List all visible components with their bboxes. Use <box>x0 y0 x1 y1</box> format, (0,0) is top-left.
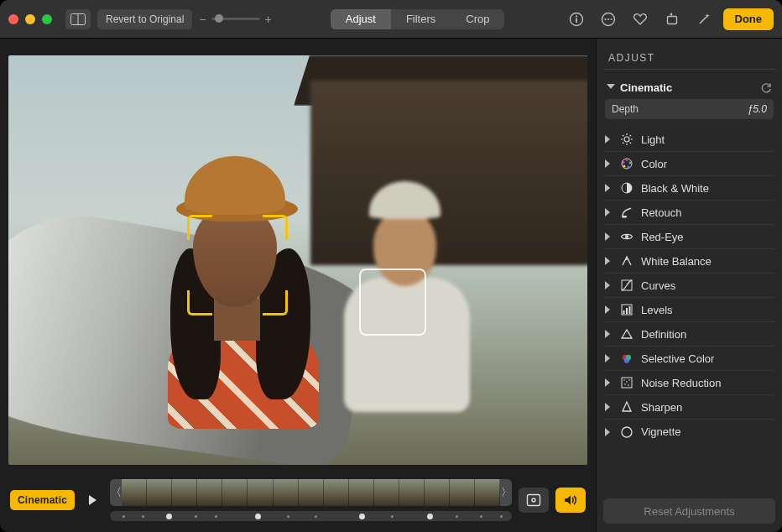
color-icon <box>619 156 634 171</box>
sharpen-icon <box>619 399 634 415</box>
tab-adjust[interactable]: Adjust <box>331 9 391 29</box>
chevron-right-icon <box>605 232 613 241</box>
depth-slider-row[interactable]: Depth ƒ5.0 <box>605 99 774 119</box>
svg-rect-35 <box>629 306 631 314</box>
svg-rect-34 <box>626 308 628 314</box>
edit-mode-segmented: Adjust Filters Crop <box>331 9 505 29</box>
favorite-heart-icon[interactable] <box>628 9 653 29</box>
adjustment-light[interactable]: Light <box>603 128 775 152</box>
cinematic-header[interactable]: Cinematic <box>605 78 774 97</box>
chevron-right-icon <box>605 305 613 314</box>
trim-end-handle[interactable]: 〉 <box>500 479 512 506</box>
adjustment-label: Red-Eye <box>641 231 684 243</box>
audio-toggle[interactable] <box>555 488 586 513</box>
chevron-down-icon <box>607 84 615 91</box>
svg-point-45 <box>622 427 632 437</box>
fullscreen-window-button[interactable] <box>42 14 52 24</box>
svg-point-29 <box>625 235 628 238</box>
minimize-window-button[interactable] <box>25 14 35 24</box>
depth-label: Depth <box>612 103 639 115</box>
adjustment-label: White Balance <box>641 255 712 268</box>
chevron-right-icon <box>605 403 613 411</box>
adjustment-label: Retouch <box>641 206 681 219</box>
chevron-right-icon <box>605 159 613 168</box>
video-controls: Cinematic 〈 〉 <box>0 473 596 532</box>
adjustment-label: Levels <box>641 304 673 316</box>
secondary-focus-box[interactable] <box>359 269 426 336</box>
adjust-sidebar: ADJUST Cinematic Depth ƒ5.0 LightColorBl… <box>596 39 782 532</box>
done-button[interactable]: Done <box>723 8 774 30</box>
svg-point-25 <box>623 165 626 168</box>
tab-crop[interactable]: Crop <box>451 9 504 29</box>
svg-point-41 <box>626 381 628 383</box>
adjustments-list: LightColorBlack & WhiteRetouchRed-EyeWhi… <box>603 128 775 444</box>
sidebar-title: ADJUST <box>603 47 775 70</box>
close-window-button[interactable] <box>8 14 18 24</box>
trim-start-handle[interactable]: 〈 <box>110 479 122 506</box>
reset-cinematic-icon[interactable] <box>760 82 772 94</box>
adjustment-vignette[interactable]: Vignette <box>603 420 775 444</box>
svg-rect-33 <box>623 310 625 314</box>
adjustment-redeye[interactable]: Red-Eye <box>603 225 775 249</box>
video-frame-image <box>8 55 587 465</box>
zoom-slider[interactable]: − + <box>199 13 271 26</box>
chevron-right-icon <box>605 354 613 362</box>
reset-adjustments-button[interactable]: Reset Adjustments <box>603 498 775 524</box>
square-split-icon[interactable] <box>65 9 91 29</box>
adjustment-label: Curves <box>641 279 675 292</box>
window-traffic-lights <box>8 14 52 24</box>
play-button[interactable] <box>81 489 103 511</box>
chevron-right-icon <box>605 184 613 192</box>
light-icon <box>619 132 634 147</box>
cinematic-label: Cinematic <box>620 81 672 94</box>
svg-line-19 <box>623 143 623 143</box>
chevron-right-icon <box>605 257 613 265</box>
video-viewer[interactable] <box>8 55 587 465</box>
svg-point-6 <box>604 18 606 19</box>
noise-reduction-icon <box>619 375 634 390</box>
adjustment-curves[interactable]: Curves <box>603 274 775 298</box>
filmstrip-timeline[interactable]: 〈 〉 <box>110 479 512 506</box>
redeye-icon <box>619 229 634 244</box>
cinematic-badge[interactable]: Cinematic <box>10 490 75 510</box>
retouch-icon <box>619 205 634 220</box>
svg-point-3 <box>575 15 576 17</box>
chevron-right-icon <box>605 378 613 387</box>
adjustment-noise-reduction[interactable]: Noise Reduction <box>603 371 775 395</box>
info-icon[interactable] <box>564 9 589 29</box>
zoom-track[interactable] <box>211 18 260 20</box>
svg-point-30 <box>626 258 628 260</box>
auto-enhance-icon[interactable] <box>691 9 717 29</box>
adjustment-levels[interactable]: Levels <box>603 298 775 322</box>
zoom-in-icon: + <box>265 13 272 26</box>
primary-focus-brackets[interactable] <box>187 215 288 316</box>
cinematic-depth-track[interactable] <box>110 511 512 521</box>
adjustment-bw[interactable]: Black & White <box>603 176 775 201</box>
adjustment-sharpen[interactable]: Sharpen <box>603 395 775 420</box>
adjustment-selective-color[interactable]: Selective Color <box>603 347 775 371</box>
svg-point-40 <box>623 379 625 381</box>
focus-target-toggle[interactable] <box>519 488 549 513</box>
curves-icon <box>619 278 634 293</box>
depth-value: ƒ5.0 <box>748 103 767 115</box>
chevron-right-icon <box>605 330 613 338</box>
tab-filters[interactable]: Filters <box>391 9 451 29</box>
more-icon[interactable] <box>596 9 621 29</box>
svg-point-42 <box>628 379 630 381</box>
vignette-icon <box>619 425 634 440</box>
rotate-icon[interactable] <box>659 9 685 29</box>
adjustment-color[interactable]: Color <box>603 152 775 176</box>
svg-line-20 <box>630 135 631 136</box>
adjustment-label: Noise Reduction <box>641 377 721 389</box>
adjustment-label: Definition <box>641 328 686 341</box>
adjustment-label: Vignette <box>641 425 680 438</box>
revert-to-original-button[interactable]: Revert to Original <box>97 9 192 29</box>
filmstrip-frames <box>122 479 500 506</box>
definition-icon <box>619 326 634 342</box>
adjustment-white-balance[interactable]: White Balance <box>603 249 775 274</box>
svg-point-12 <box>624 137 629 142</box>
adjustment-retouch[interactable]: Retouch <box>603 201 775 225</box>
adjustment-definition[interactable]: Definition <box>603 322 775 347</box>
svg-point-38 <box>624 357 629 362</box>
chevron-right-icon <box>605 281 613 289</box>
